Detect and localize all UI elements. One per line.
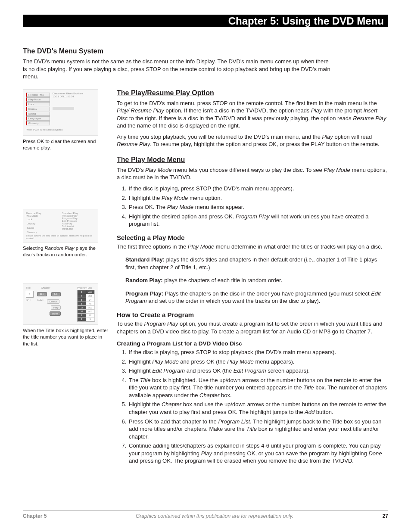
mock2-right-item: IntroScan	[62, 227, 96, 230]
mock1-disc-time: 10/11 DTL 1:55:34	[53, 95, 83, 98]
screenshot-play-mode: Resume Play Play Mode Lock Display Sound…	[23, 209, 98, 243]
mock2-left-item: Sound	[26, 226, 59, 230]
playmode-steps: If the disc is playing, press STOP (the …	[117, 185, 388, 228]
mock3-t2: (122)	[37, 299, 44, 305]
page: Chapter 5: Using the DVD Menu The DVD's …	[0, 0, 411, 532]
list-item: Highlight the Chapter box and use the up…	[128, 401, 388, 416]
section-play-resume: The Play/Resume Play Option	[117, 89, 388, 97]
mock2-left-item: Glossary	[26, 230, 59, 234]
mock3-play-btn: Play	[51, 305, 61, 310]
list-item: Press OK. The Play Mode menu items appea…	[128, 203, 388, 211]
playresume-p2: Any time you stop playback, you will be …	[117, 133, 388, 148]
mock1-item: Sound	[26, 112, 50, 116]
mock1-item: Resume Play	[26, 93, 50, 97]
list-item: Highlight Play Mode and press OK (the Pl…	[128, 358, 388, 366]
page-footer: Chapter 5 Graphics contained within this…	[23, 510, 388, 519]
mock3-program-list: 1ALL 4256 524 646 12ALL 20ALL 262 29	[77, 290, 95, 322]
mock1-caption: Press OK to clear the screen and resume …	[23, 138, 109, 152]
chapter-header-bar: Chapter 5: Using the DVD Menu	[23, 15, 388, 27]
mock3-caption: When the Title box is highlighted, enter…	[23, 327, 109, 348]
mock3-hdr-proglist: Program List	[77, 286, 95, 289]
selecting-lead: The first three options in the Play Mode…	[117, 243, 388, 251]
mock3-hdr-title: Title	[26, 286, 31, 289]
mock3-hdr-chapter: Chapter	[41, 286, 50, 289]
mock1-item: Play Mode	[26, 97, 50, 102]
mock3-title-box: 1	[26, 291, 34, 298]
section-how-to-create: How to Create a Program	[117, 311, 388, 318]
standard-play-desc: Standard Play: plays the disc's titles a…	[125, 256, 388, 271]
screenshot-main-menu: Resume Play Play Mode Lock Display Sound…	[23, 89, 98, 136]
list-item: Highlight Edit Program and press OK (the…	[128, 367, 388, 375]
footer-disclaimer: Graphics contained within this publicati…	[136, 513, 293, 519]
random-play-desc: Random Play: plays the chapters of each …	[125, 277, 388, 284]
section-creating-program-list: Creating a Program List for a DVD Video …	[117, 340, 388, 347]
screenshot-edit-program: Title Chapter 1 ALL Add (24) (122)	[23, 283, 98, 325]
list-item: The Title box is highlighted. Use the up…	[128, 376, 388, 399]
mock3-add-btn: Add	[51, 292, 61, 296]
list-item: If the disc is playing, press STOP (the …	[128, 185, 388, 193]
program-play-desc: Program Play: Plays the chapters on the …	[125, 290, 388, 305]
mock3-done-btn: Done	[50, 311, 61, 316]
mock1-item: Languages	[26, 116, 50, 121]
mock2-left-item: Lock	[26, 217, 59, 221]
chapter-title: Chapter 5: Using the DVD Menu	[228, 15, 384, 27]
playresume-p1: To get to the DVD's main menu, press STO…	[117, 100, 388, 130]
mock2-caption: Selecting Random Play plays the disc's t…	[23, 245, 109, 258]
footer-chapter: Chapter 5	[23, 513, 47, 519]
list-item: Highlight the Play Mode menu option.	[128, 194, 388, 202]
section-selecting-play-mode: Selecting a Play Mode	[117, 234, 388, 241]
mock1-help: Press PLAY to resume playback	[26, 128, 95, 131]
playmode-lead: The DVD's Play Mode menu lets you choose…	[117, 166, 388, 181]
list-item: Continue adding titles/chapters as expla…	[128, 442, 388, 465]
list-item: If the disc is playing, press STOP to st…	[128, 348, 388, 356]
list-item: Highlight the desired option and press O…	[128, 213, 388, 228]
mock1-disc-name: Disc name: Blues Brothers	[53, 92, 83, 95]
mock1-item: Glossary	[26, 121, 50, 125]
list-item: Press OK to add that chapter to the Prog…	[128, 418, 388, 441]
howto-lead: To use the Program Play option, you must…	[117, 320, 388, 335]
howto-steps: If the disc is playing, press STOP to st…	[117, 348, 388, 465]
section-play-mode: The Play Mode Menu	[117, 156, 388, 164]
mock1-item: Lock	[26, 102, 50, 106]
mock3-t1: (24)	[26, 299, 31, 305]
footer-page-number: 27	[383, 513, 388, 519]
mock2-help: This is where the two lines of context s…	[26, 234, 95, 240]
section-dvd-menu-system: The DVD's Menu System	[23, 47, 388, 55]
intro-paragraph: The DVD's menu system is not the same as…	[23, 58, 333, 81]
mock1-item: Display	[26, 107, 50, 111]
mock3-delete-btn: Delete	[47, 299, 59, 304]
mock3-all-btn: ALL	[37, 292, 47, 296]
mock2-left-item: Display	[26, 221, 59, 226]
